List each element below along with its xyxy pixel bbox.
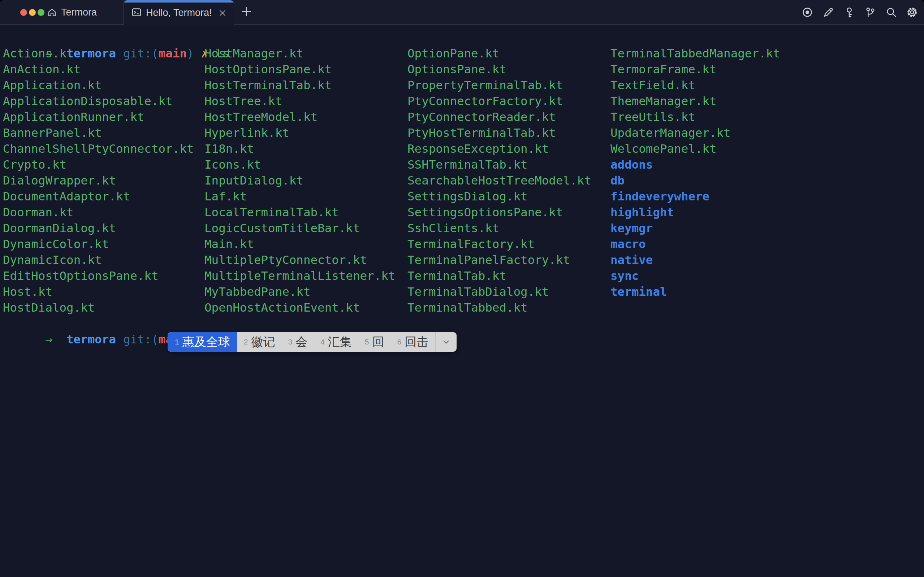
home-tab-label: Termora (61, 7, 97, 18)
ls-entry: TextField.kt (610, 77, 780, 93)
ls-entry: keymgr (610, 220, 780, 236)
terminal-icon (131, 7, 142, 19)
ls-entry: UpdaterManager.kt (610, 125, 780, 141)
ls-entry: ApplicationRunner.kt (3, 109, 194, 125)
ls-entry: ApplicationDisposable.kt (3, 93, 194, 109)
ls-entry: highlight (610, 205, 780, 220)
ls-entry: terminal (610, 284, 780, 300)
ime-candidate[interactable]: 3会 (281, 332, 314, 352)
ls-entry: TreeUtils.kt (610, 109, 780, 125)
ls-entry: Hyperlink.kt (205, 125, 395, 141)
ls-entry: TerminalTab.kt (408, 268, 591, 284)
settings-gear-icon[interactable] (906, 6, 918, 18)
branch-icon[interactable] (864, 6, 876, 18)
ls-entry: Crypto.kt (3, 157, 194, 172)
ls-entry: MyTabbedPane.kt (205, 284, 395, 300)
terminal-screen[interactable]: →termoragit:(main)✗ls Actions.ktAnAction… (0, 25, 924, 577)
ls-entry: OptionsPane.kt (408, 61, 591, 77)
prompt-arrow: → (45, 332, 52, 346)
ls-entry: LogicCustomTitleBar.kt (205, 220, 395, 236)
close-window-button[interactable] (20, 9, 27, 16)
ls-entry: LocalTerminalTab.kt (205, 205, 395, 220)
home-icon (47, 7, 57, 17)
ls-entry: OpenHostActionEvent.kt (205, 300, 395, 316)
ls-entry: findeverywhere (610, 189, 780, 205)
ls-entry: HostManager.kt (205, 45, 395, 61)
tab-home[interactable]: Termora (47, 0, 97, 24)
ime-candidate[interactable]: 2徽记 (237, 332, 282, 352)
ls-entry: TerminalPanelFactory.kt (408, 252, 591, 268)
ls-entry: Doorman.kt (3, 205, 194, 220)
ls-entry: DynamicColor.kt (3, 236, 194, 252)
ls-entry: HostTreeModel.kt (205, 109, 395, 125)
ls-entry: Laf.kt (205, 189, 395, 205)
ls-entry: TermoraFrame.kt (610, 61, 780, 77)
ls-entry: Icons.kt (205, 157, 395, 172)
candidate-text: 回 (372, 334, 384, 350)
ls-entry: ChannelShellPtyConnector.kt (3, 141, 194, 157)
ls-entry: SearchableHostTreeModel.kt (408, 172, 591, 189)
ls-entry: PtyConnectorReader.kt (408, 109, 591, 125)
ls-column-4: TerminalTabbedManager.ktTermoraFrame.ktT… (610, 45, 780, 300)
candidate-text: 惠及全球 (182, 334, 230, 350)
ls-entry: Actions.kt (3, 45, 194, 61)
plus-icon (241, 6, 252, 18)
ls-entry: ResponseException.kt (408, 141, 591, 157)
ls-entry: SshClients.kt (408, 220, 591, 236)
ls-entry: MultipleTerminalListener.kt (205, 268, 395, 284)
toolbar (801, 0, 918, 24)
search-icon[interactable] (885, 6, 897, 18)
tab-label: Hello, Termora! (146, 7, 213, 18)
ls-entry: addons (610, 157, 780, 172)
candidate-index: 4 (320, 338, 325, 346)
zoom-window-button[interactable] (37, 9, 44, 16)
prompt-line-2: →termoragit:(main)✗中文之美hui ji quan qiu (3, 316, 371, 332)
ls-entry: DialogWrapper.kt (3, 172, 194, 189)
ime-candidate-bar: 1惠及全球 2徽记 3会 4汇集 5回 6回击 (168, 332, 456, 352)
prompt-git-open: git:( (123, 332, 158, 346)
prompt-line-1: →termoragit:(main)✗ls (3, 30, 229, 45)
ls-entry: ThemeManager.kt (610, 93, 780, 109)
ime-candidate[interactable]: 5回 (358, 332, 391, 352)
ls-entry: DocumentAdaptor.kt (3, 189, 194, 205)
app-window: Termora Hello, Termora! (0, 0, 924, 577)
ime-candidate[interactable]: 1惠及全球 (168, 332, 237, 352)
ime-candidate[interactable]: 4汇集 (314, 332, 358, 352)
ls-entry: Host.kt (3, 284, 194, 300)
ls-entry: InputDialog.kt (205, 172, 395, 189)
new-tab-button[interactable] (239, 5, 253, 19)
close-tab-icon[interactable] (217, 8, 228, 18)
key-icon[interactable] (843, 6, 855, 18)
ime-candidate[interactable]: 6回击 (390, 332, 435, 352)
ls-entry: I18n.kt (205, 141, 395, 157)
ls-entry: BannerPanel.kt (3, 125, 194, 141)
ls-entry: HostTree.kt (205, 93, 395, 109)
candidate-text: 汇集 (328, 334, 352, 350)
ls-entry: PtyHostTerminalTab.kt (408, 125, 591, 141)
ls-entry: SettingsDialog.kt (408, 189, 591, 205)
candidate-index: 1 (175, 338, 179, 346)
ls-column-2: HostManager.ktHostOptionsPane.ktHostTerm… (205, 45, 395, 316)
candidate-index: 6 (397, 338, 401, 346)
tab-terminal-active[interactable]: Hello, Termora! (124, 0, 234, 25)
ls-entry: HostOptionsPane.kt (205, 61, 395, 77)
candidate-index: 2 (244, 338, 248, 346)
ls-entry: Main.kt (205, 236, 395, 252)
ls-entry: sync (610, 268, 780, 284)
candidate-index: 3 (288, 338, 292, 346)
edit-icon[interactable] (822, 6, 834, 18)
ls-entry: MultiplePtyConnector.kt (205, 252, 395, 268)
candidate-text: 回击 (405, 334, 428, 350)
ls-entry: DynamicIcon.kt (3, 252, 194, 268)
title-bar: Termora Hello, Termora! (0, 0, 924, 25)
traffic-lights (20, 0, 44, 24)
ls-column-1: Actions.ktAnAction.ktApplication.ktAppli… (3, 45, 194, 316)
ls-entry: HostDialog.kt (3, 300, 194, 316)
chevron-down-icon[interactable] (435, 332, 456, 352)
ls-entry: TerminalTabbed.kt (408, 300, 591, 316)
record-icon[interactable] (801, 6, 813, 18)
ls-entry: WelcomePanel.kt (610, 141, 780, 157)
ls-entry: Application.kt (3, 77, 194, 93)
minimize-window-button[interactable] (29, 9, 36, 16)
candidate-text: 徽记 (251, 334, 275, 350)
